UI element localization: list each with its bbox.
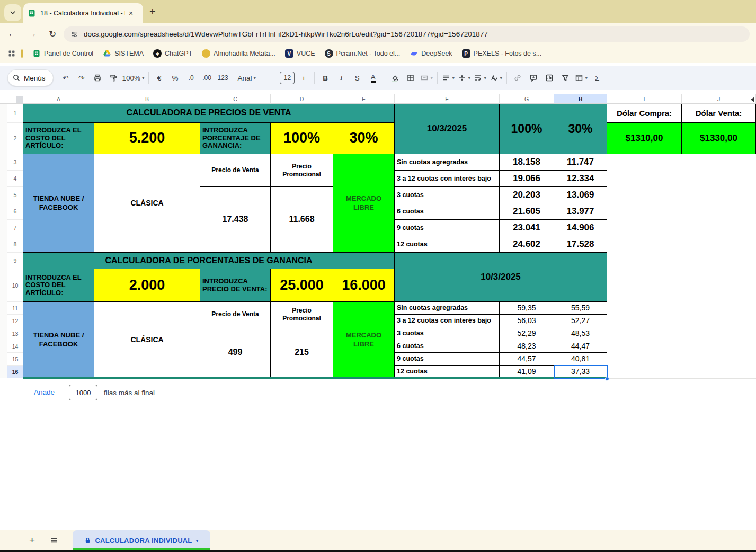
- column-header-G[interactable]: G: [500, 94, 554, 104]
- calc2-row-6-col-g-cell[interactable]: 41,09: [500, 366, 554, 378]
- text-rotation-button[interactable]: ▾: [489, 70, 503, 86]
- calc2-row-6-label-cell[interactable]: 12 cuotas: [395, 366, 500, 378]
- calc1-row-5-label-cell[interactable]: 9 cuotas: [395, 220, 500, 236]
- dollar-buy-value-cell[interactable]: $1310,00: [607, 123, 682, 154]
- merge-cells-button[interactable]: ▾: [420, 70, 433, 86]
- row-header-3[interactable]: 3: [7, 154, 23, 171]
- undo-button[interactable]: ↶: [59, 70, 73, 86]
- text-color-button[interactable]: A: [366, 70, 380, 86]
- calc1-row-5-col-g-cell[interactable]: 23.041: [500, 220, 554, 236]
- calc1-type-cell[interactable]: CLÁSICA: [94, 154, 200, 253]
- all-sheets-icon[interactable]: [49, 536, 59, 545]
- back-icon[interactable]: ←: [4, 29, 20, 39]
- column-header-J[interactable]: J: [682, 94, 756, 104]
- column-header-D[interactable]: D: [271, 94, 333, 104]
- add-sheet-button[interactable]: +: [29, 535, 35, 546]
- calc1-price-header-cell[interactable]: Precio de Venta: [200, 154, 271, 187]
- calc2-date-cell[interactable]: 10/3/2025: [395, 253, 607, 302]
- calc2-cost-input-cell[interactable]: 2.000: [94, 269, 200, 302]
- bookmark-sistema[interactable]: SISTEMA: [103, 49, 144, 58]
- row-header-10[interactable]: 10: [7, 269, 23, 302]
- horizontal-align-button[interactable]: ▾: [441, 70, 455, 86]
- browser-tab[interactable]: 18 - Calculadora Individual - Ho ×: [23, 3, 143, 23]
- redo-button[interactable]: ↷: [75, 70, 88, 86]
- calc1-promo-value-cell[interactable]: 11.668: [271, 187, 333, 253]
- calc2-sale-value-cell[interactable]: 25.000: [271, 269, 333, 302]
- font-size-button[interactable]: 12: [280, 70, 295, 86]
- calc1-date-cell[interactable]: 10/3/2025: [395, 104, 500, 154]
- calc2-price-header-cell[interactable]: Precio de Venta: [200, 302, 271, 327]
- create-filter-button[interactable]: [558, 70, 572, 86]
- decrease-font-size-button[interactable]: −: [264, 70, 278, 86]
- calc2-promo-value-cell[interactable]: 215: [271, 327, 333, 378]
- row-header-14[interactable]: 14: [7, 340, 23, 353]
- calc1-marketplace-cell[interactable]: MERCADO LIBRE: [333, 154, 395, 253]
- calc1-row-4-col-g-cell[interactable]: 21.605: [500, 203, 554, 220]
- calc2-row-5-col-h-cell[interactable]: 40,81: [554, 353, 607, 366]
- fill-handle[interactable]: [605, 377, 609, 381]
- calc2-row-4-col-h-cell[interactable]: 44,47: [554, 340, 607, 353]
- calc1-row-3-col-h-cell[interactable]: 13.069: [554, 187, 607, 203]
- bookmark-pcram-net-todo-el[interactable]: SPcram.Net - Todo el...: [325, 49, 401, 58]
- calc2-price-value-cell[interactable]: 499: [200, 327, 271, 378]
- calc2-cost-label-cell[interactable]: INTRODUZCA EL COSTO DEL ARTÍCULO:: [23, 269, 94, 302]
- calc1-cost-input-cell[interactable]: 5.200: [94, 123, 200, 154]
- row-header-1[interactable]: 1: [7, 104, 23, 123]
- sheet-tab-calculadora-individual[interactable]: CALCULADORA INDIVIDUAL ▾: [73, 530, 210, 550]
- bookmark-panel-de-control[interactable]: Panel de Control: [32, 49, 93, 58]
- calc2-row-1-col-h-cell[interactable]: 55,59: [554, 302, 607, 315]
- calc2-row-4-col-g-cell[interactable]: 48,23: [500, 340, 554, 353]
- calc1-row-1-label-cell[interactable]: Sin cuotas agregradas: [395, 154, 500, 171]
- calc2-row-2-col-h-cell[interactable]: 52,27: [554, 315, 607, 327]
- calc1-row-6-col-g-cell[interactable]: 24.602: [500, 236, 554, 253]
- calc2-marketplace-cell[interactable]: MERCADO LIBRE: [333, 302, 395, 378]
- calc2-promo-header-cell[interactable]: Precio Promocional: [271, 302, 333, 327]
- row-header-6[interactable]: 6: [7, 203, 23, 220]
- calc1-gain-pct2-cell[interactable]: 30%: [333, 123, 395, 154]
- hidden-columns-indicator[interactable]: [751, 97, 754, 102]
- calc1-row-1-col-h-cell[interactable]: 11.747: [554, 154, 607, 171]
- calc1-row-2-col-g-cell[interactable]: 19.066: [500, 171, 554, 187]
- dollar-sell-label-cell[interactable]: Dólar Venta:: [682, 104, 756, 123]
- tab-search-button[interactable]: [4, 4, 21, 21]
- calc2-row-3-col-h-cell[interactable]: 48,53: [554, 327, 607, 340]
- increase-font-size-button[interactable]: +: [297, 70, 310, 86]
- forward-icon[interactable]: →: [24, 29, 40, 39]
- bold-button[interactable]: B: [318, 70, 332, 86]
- borders-button[interactable]: [404, 70, 417, 86]
- fill-color-button[interactable]: [388, 70, 402, 86]
- bookmark-chatgpt[interactable]: ∗ChatGPT: [153, 49, 192, 58]
- calc1-colpct2-cell[interactable]: 30%: [554, 104, 607, 154]
- calc1-row-6-label-cell[interactable]: 12 cuotas: [395, 236, 500, 253]
- calc2-row-1-label-cell[interactable]: Sin cuotas agregradas: [395, 302, 500, 315]
- insert-chart-button[interactable]: [542, 70, 556, 86]
- bookmark-deepseek[interactable]: DeepSeek: [410, 49, 452, 58]
- calc2-row-5-label-cell[interactable]: 9 cuotas: [395, 353, 500, 366]
- calc1-row-3-label-cell[interactable]: 3 cuotas: [395, 187, 500, 203]
- calc1-colpct1-cell[interactable]: 100%: [500, 104, 554, 154]
- new-tab-button[interactable]: +: [149, 6, 156, 17]
- format-currency-button[interactable]: €: [153, 70, 166, 86]
- row-header-5[interactable]: 5: [7, 187, 23, 203]
- calc2-channel-cell[interactable]: TIENDA NUBE / FACEBOOK: [23, 302, 94, 378]
- column-header-C[interactable]: C: [200, 94, 271, 104]
- row-header-2[interactable]: 2: [7, 123, 23, 154]
- insert-comment-button[interactable]: [527, 70, 540, 86]
- italic-button[interactable]: I: [334, 70, 348, 86]
- omnibox[interactable]: docs.google.com/spreadsheets/d/1WdevwPlo…: [64, 26, 750, 42]
- calc1-row-5-col-h-cell[interactable]: 14.906: [554, 220, 607, 236]
- font-family-button[interactable]: Arial▾: [238, 70, 256, 86]
- bookmark-pexels-fotos-de-s[interactable]: PPEXELS - Fotos de s...: [462, 49, 542, 58]
- calc1-cost-label-cell[interactable]: INTRODUZCA EL COSTO DEL ARTÍCULO:: [23, 123, 94, 154]
- decrease-decimals-button[interactable]: .0: [184, 70, 198, 86]
- calc1-row-1-col-g-cell[interactable]: 18.158: [500, 154, 554, 171]
- column-header-E[interactable]: E: [333, 94, 395, 104]
- calc1-row-4-label-cell[interactable]: 6 cuotas: [395, 203, 500, 220]
- tab-close-icon[interactable]: ×: [126, 8, 136, 18]
- calc1-row-2-label-cell[interactable]: 3 a 12 cuotas con interés bajo: [395, 171, 500, 187]
- functions-button[interactable]: Σ: [590, 70, 604, 86]
- zoom-button[interactable]: 100%▾: [122, 70, 145, 86]
- calc1-row-2-col-h-cell[interactable]: 12.334: [554, 171, 607, 187]
- row-header-4[interactable]: 4: [7, 171, 23, 187]
- calc2-type-cell[interactable]: CLÁSICA: [94, 302, 200, 378]
